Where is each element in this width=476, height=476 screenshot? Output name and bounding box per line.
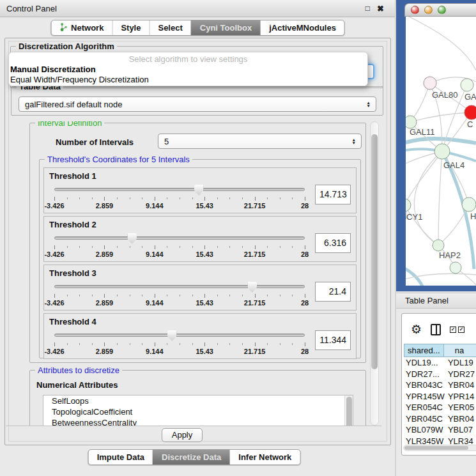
network-edge[interactable] [406, 151, 442, 205]
tab-label: Network [71, 23, 104, 33]
tab-style[interactable]: Style [112, 20, 149, 35]
network-edge-highlighted[interactable] [406, 265, 423, 286]
threshold-panel-1: Threshold 1-3.4262.8599.14415.4321.71528… [43, 167, 357, 213]
network-node-label: HAP2 [439, 250, 461, 260]
table-cell-name[interactable]: YBR04 [445, 380, 476, 391]
network-node[interactable] [462, 197, 476, 211]
threshold-value-field[interactable]: 14.713 [315, 185, 351, 204]
table-cell-shared-name[interactable]: YER054C [404, 402, 445, 413]
threshold-value-field[interactable]: 6.316 [315, 233, 351, 253]
tab-select[interactable]: Select [149, 20, 190, 35]
network-node[interactable] [450, 262, 461, 273]
scrollbar-thumb[interactable] [371, 134, 378, 369]
network-edge[interactable] [409, 17, 476, 70]
network-node[interactable] [433, 240, 444, 251]
column-header-shared-name[interactable]: shared... [404, 344, 444, 357]
network-edge[interactable] [414, 151, 442, 245]
table-row[interactable]: YBR045CYBR04 [404, 413, 476, 425]
tick-mark [130, 295, 130, 296]
network-icon [59, 22, 68, 34]
slider-track[interactable] [54, 236, 305, 240]
table-row[interactable]: YBR043CYBR04 [404, 380, 476, 391]
table-cell-name[interactable]: YDL19 [445, 357, 476, 369]
split-pane-icon[interactable] [431, 324, 441, 335]
network-window-titlebar[interactable] [404, 3, 476, 17]
table-cell-name[interactable]: YBL07 [445, 424, 476, 436]
tab-impute-data[interactable]: Impute Data [89, 450, 153, 464]
checkbox-icon[interactable]: ✓ [450, 326, 456, 333]
network-node[interactable] [434, 144, 450, 159]
dropdown-hint-item[interactable]: Select algorithm to view settings [9, 52, 367, 64]
table-cell-shared-name[interactable]: YBL079W [404, 424, 445, 436]
table-cell-shared-name[interactable]: YLR345W [404, 436, 445, 446]
table-cell-shared-name[interactable]: YDL19... [404, 357, 445, 369]
table-row[interactable]: YLR345WYLR34 [404, 436, 476, 446]
slider-track[interactable] [54, 188, 305, 191]
dropdown-option-equal-width[interactable]: Equal Width/Frequency Discretization [9, 74, 367, 84]
attributes-list-scrollbar[interactable] [344, 395, 353, 426]
tab-cyni-toolbox[interactable]: Cyni Toolbox [191, 20, 260, 35]
slider-thumb[interactable] [247, 282, 257, 293]
table-cell-name[interactable]: YDR27 [445, 369, 476, 380]
tab-discretize-data[interactable]: Discretize Data [153, 450, 229, 464]
threshold-slider[interactable]: -3.4262.8599.14415.4321.71528 [54, 183, 305, 211]
float-window-icon[interactable]: □ [365, 4, 370, 13]
network-node[interactable] [406, 199, 411, 211]
table-cell-name[interactable]: YLR34 [445, 436, 476, 446]
scrollbar-thumb[interactable] [346, 397, 352, 426]
table-cell-shared-name[interactable]: YPR145W [404, 391, 445, 403]
zoom-button[interactable] [438, 6, 446, 14]
list-item[interactable]: SelfLoops [43, 395, 353, 406]
list-item[interactable]: TopologicalCoefficient [43, 406, 353, 417]
checkbox-icon[interactable]: ✓ [458, 326, 464, 333]
table-row[interactable]: YDR27...YDR27 [404, 369, 476, 380]
network-node[interactable] [406, 116, 417, 128]
settings-vertical-scrollbar[interactable] [370, 121, 379, 426]
slider-track[interactable] [54, 285, 305, 288]
threshold-value-field[interactable]: 21.4 [315, 282, 351, 302]
network-node[interactable] [461, 79, 473, 91]
table-cell-name[interactable]: YPR14 [445, 391, 476, 403]
close-window-icon[interactable]: ✖ [377, 4, 384, 13]
table-row[interactable]: YBL079WYBL07 [404, 424, 476, 436]
table-cell-shared-name[interactable]: YBR045C [404, 413, 445, 425]
network-node[interactable] [424, 77, 436, 89]
table-row[interactable]: YER054CYER05 [404, 402, 476, 413]
close-button[interactable] [411, 6, 419, 14]
threshold-slider[interactable]: -3.4262.8599.14415.4321.71528 [54, 329, 305, 357]
tab-infer-network[interactable]: Infer Network [229, 450, 300, 464]
threshold-slider[interactable]: -3.4262.8599.14415.4321.71528 [54, 280, 305, 309]
table-cell-shared-name[interactable]: YBR043C [404, 380, 445, 391]
table-toolbar: ⚙ ✓ ✓ [402, 319, 476, 341]
number-of-intervals-combobox[interactable]: 5 ▲▼ [158, 134, 362, 149]
slider-thumb[interactable] [167, 330, 177, 341]
threshold-slider[interactable]: -3.4262.8599.14415.4321.71528 [54, 232, 305, 260]
list-item[interactable]: BetweennessCentrality [43, 417, 353, 426]
minimize-button[interactable] [424, 6, 433, 14]
slider-thumb[interactable] [127, 233, 137, 244]
slider-track[interactable] [54, 334, 305, 337]
network-canvas[interactable]: GAL80GACGAL11GAL4GCY1HHAP2 [406, 17, 476, 286]
tab-network[interactable]: Network [51, 20, 112, 35]
threshold-value-field[interactable]: 11.344 [315, 330, 351, 350]
table-cell-name[interactable]: YER05 [445, 402, 476, 413]
tick-mark [255, 245, 256, 249]
table-data-combobox[interactable]: galFiltered.sif default node ▲▼ [19, 96, 376, 112]
column-header-name[interactable]: na [444, 344, 476, 357]
numerical-attributes-list[interactable]: SelfLoopsTopologicalCoefficientBetweenne… [43, 395, 353, 426]
gear-icon[interactable]: ⚙ [411, 323, 422, 336]
table-row[interactable]: YDL19...YDL19 [404, 357, 476, 369]
apply-button[interactable]: Apply [162, 428, 203, 442]
table-horizontal-scrollbar[interactable] [403, 445, 476, 451]
checkbox-pair-icon[interactable]: ✓ ✓ [450, 326, 464, 333]
network-edge[interactable] [438, 151, 442, 245]
dropdown-option-manual[interactable]: Manual Discretization [9, 64, 367, 74]
table-cell-name[interactable]: YBR04 [445, 413, 476, 425]
network-edge[interactable] [406, 205, 438, 245]
scrollbar-thumb[interactable] [404, 446, 468, 450]
network-node[interactable] [464, 105, 476, 119]
table-row[interactable]: YPR145WYPR14 [404, 391, 476, 403]
table-cell-shared-name[interactable]: YDR27... [404, 369, 445, 380]
tab-jactivemnodules[interactable]: jActiveMNodules [260, 20, 344, 35]
slider-thumb[interactable] [194, 185, 204, 196]
